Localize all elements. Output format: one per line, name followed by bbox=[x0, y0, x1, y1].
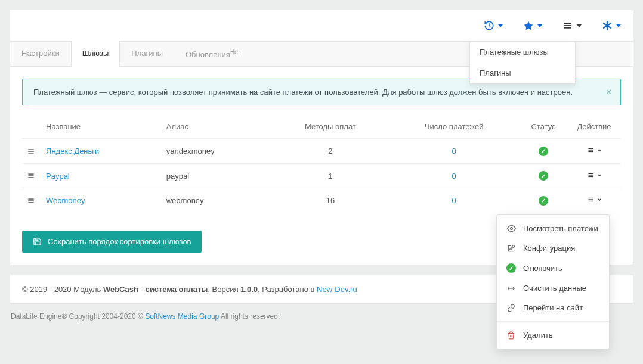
th-action: Действие bbox=[567, 115, 621, 139]
context-menu-divider bbox=[497, 321, 609, 322]
alert-close[interactable]: ✕ bbox=[605, 88, 612, 97]
gateway-alias: paypal bbox=[162, 163, 273, 188]
drag-handle[interactable] bbox=[22, 139, 41, 164]
gateway-name-link[interactable]: Яндекс.Деньги bbox=[46, 147, 99, 155]
gateway-methods: 1 bbox=[272, 163, 388, 188]
list-dropdown: Платежные шлюзы Плагины bbox=[469, 41, 576, 84]
gateway-methods: 16 bbox=[272, 188, 388, 213]
history-menu[interactable] bbox=[484, 20, 503, 31]
th-alias: Алиас bbox=[162, 115, 273, 139]
tab-settings[interactable]: Настройки bbox=[10, 42, 71, 66]
list-menu[interactable] bbox=[562, 20, 582, 31]
table-row: Webmoney webmoney 16 0 bbox=[22, 188, 621, 213]
cm-disable[interactable]: Отключить bbox=[497, 258, 609, 278]
gateway-alias: yandexmoney bbox=[162, 139, 273, 164]
table-row: Яндекс.Деньги yandexmoney 2 0 bbox=[22, 139, 621, 164]
gateway-payments-link[interactable]: 0 bbox=[452, 196, 456, 205]
history-icon bbox=[484, 20, 494, 31]
dropdown-item-gateways[interactable]: Платежные шлюзы bbox=[470, 42, 575, 63]
save-icon bbox=[33, 237, 42, 246]
row-action-menu[interactable] bbox=[586, 147, 602, 154]
gateway-methods: 2 bbox=[272, 139, 388, 164]
settings-menu[interactable] bbox=[602, 20, 621, 31]
cm-clear[interactable]: Очистить данные bbox=[497, 278, 609, 298]
gateway-name-link[interactable]: Webmoney bbox=[46, 196, 85, 205]
tab-updates[interactable]: ОбновленияНет bbox=[174, 42, 252, 66]
eye-icon bbox=[506, 224, 516, 233]
drag-handle[interactable] bbox=[22, 188, 41, 213]
favorites-menu[interactable] bbox=[523, 20, 542, 31]
cm-goto[interactable]: Перейти на сайт bbox=[497, 298, 609, 318]
softnews-link[interactable]: SoftNews Media Group bbox=[145, 312, 219, 321]
caret-down-icon bbox=[498, 24, 503, 27]
star-icon bbox=[523, 20, 534, 31]
gateway-name-link[interactable]: Paypal bbox=[46, 172, 70, 181]
dropdown-item-plugins[interactable]: Плагины bbox=[470, 63, 575, 83]
link-icon bbox=[506, 304, 516, 312]
list-icon bbox=[562, 20, 573, 31]
cm-view-payments[interactable]: Посмотреть платежи bbox=[497, 219, 609, 238]
dev-link[interactable]: New-Dev.ru bbox=[317, 285, 357, 294]
tab-plugins[interactable]: Плагины bbox=[120, 42, 174, 66]
tab-updates-sup: Нет bbox=[230, 49, 240, 55]
gateway-alias: webmoney bbox=[162, 188, 273, 213]
topbar: Платежные шлюзы Плагины bbox=[10, 10, 633, 41]
caret-down-icon bbox=[537, 24, 542, 27]
caret-down-icon bbox=[577, 24, 582, 27]
check-circle-icon bbox=[506, 263, 516, 273]
th-status: Статус bbox=[520, 115, 567, 139]
trash-icon bbox=[506, 331, 516, 340]
svg-point-24 bbox=[510, 228, 512, 230]
alert-text: Платежный шлюз — сервис, который позволя… bbox=[33, 88, 573, 97]
status-ok-icon bbox=[539, 147, 548, 156]
cm-config[interactable]: Конфигурация bbox=[497, 238, 609, 258]
save-order-button[interactable]: Сохранить порядок сортировки шлюзов bbox=[22, 231, 202, 253]
status-ok-icon bbox=[539, 171, 548, 181]
recycle-icon bbox=[506, 284, 516, 293]
status-ok-icon bbox=[539, 196, 548, 206]
th-name: Название bbox=[41, 115, 162, 139]
edit-icon bbox=[506, 244, 516, 253]
row-context-menu: Посмотреть платежи Конфигурация Отключит… bbox=[496, 214, 610, 349]
drag-handle[interactable] bbox=[22, 163, 41, 188]
tab-updates-label: Обновления bbox=[186, 50, 230, 59]
cm-delete[interactable]: Удалить bbox=[497, 325, 609, 345]
gateway-payments-link[interactable]: 0 bbox=[452, 147, 456, 155]
tab-gateways[interactable]: Шлюзы bbox=[71, 41, 120, 67]
caret-down-icon bbox=[616, 24, 621, 27]
save-button-label: Сохранить порядок сортировки шлюзов bbox=[48, 237, 191, 246]
asterisk-icon bbox=[602, 20, 613, 31]
table-row: Paypal paypal 1 0 bbox=[22, 163, 621, 188]
gateway-payments-link[interactable]: 0 bbox=[452, 172, 456, 181]
gateways-table: Название Алиас Методы оплат Число платеж… bbox=[22, 115, 621, 213]
th-payments: Число платежей bbox=[388, 115, 520, 139]
th-methods: Методы оплат bbox=[272, 115, 388, 139]
row-action-menu[interactable] bbox=[586, 172, 602, 179]
row-action-menu[interactable] bbox=[586, 196, 602, 203]
